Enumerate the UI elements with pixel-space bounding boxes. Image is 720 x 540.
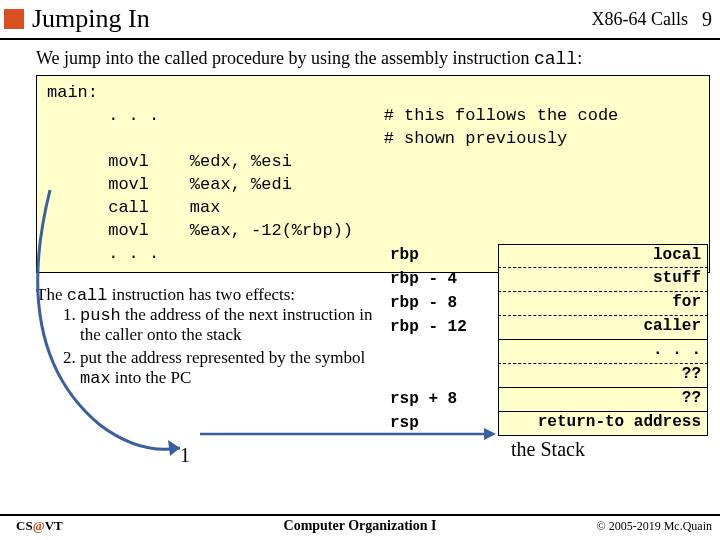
slide-number: 9 bbox=[692, 8, 712, 31]
effects-text: The call instruction has two effects: pu… bbox=[36, 285, 386, 388]
footer-center: Computer Organization I bbox=[284, 518, 437, 534]
code-block: main: . . . # this follows the code # sh… bbox=[36, 75, 710, 273]
svg-marker-0 bbox=[168, 440, 180, 456]
intro-text: We jump into the called procedure by usi… bbox=[36, 48, 710, 69]
slide-title: Jumping In bbox=[32, 4, 150, 34]
accent-square-icon bbox=[4, 9, 24, 29]
slide-header: Jumping In X86-64 Calls 9 bbox=[0, 0, 720, 36]
footer-left: CS@VT bbox=[0, 518, 63, 534]
effect-item-2: put the address represented by the symbo… bbox=[80, 348, 386, 388]
effect-item-1: push the address of the next instruction… bbox=[80, 305, 386, 345]
slide-subchapter: X86-64 Calls bbox=[592, 9, 693, 30]
slide-footer: CS@VT Computer Organization I © 2005-201… bbox=[0, 514, 720, 536]
stack-caption: the Stack bbox=[388, 438, 708, 461]
stack-diagram: rbplocal rbp - 4stuff rbp - 8for rbp - 1… bbox=[388, 244, 708, 461]
footer-right: © 2005-2019 Mc.Quain bbox=[597, 519, 720, 534]
annotation-one: 1 bbox=[180, 444, 190, 467]
